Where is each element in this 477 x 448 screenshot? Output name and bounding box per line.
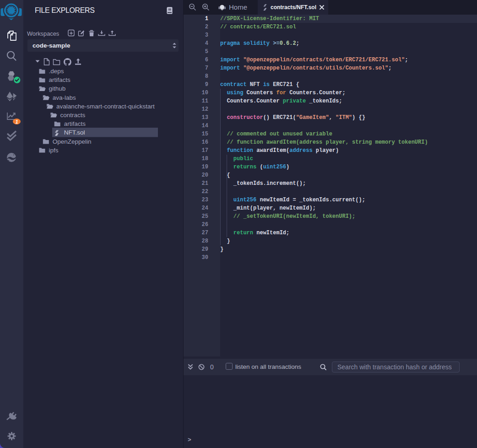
svg-text:ava-labs: ava-labs [53, 94, 76, 101]
svg-text:NFT.sol: NFT.sol [64, 129, 85, 136]
svg-text:1: 1 [16, 119, 18, 124]
svg-text:OpenZeppelin: OpenZeppelin [53, 138, 92, 145]
svg-text:contracts: contracts [60, 112, 85, 119]
svg-text:avalanche-smart-contract-quick: avalanche-smart-contract-quickstart [56, 103, 155, 110]
svg-text:ipfs: ipfs [49, 147, 59, 154]
svg-text:artifacts: artifacts [64, 120, 86, 127]
svg-text:.deps: .deps [49, 68, 64, 75]
svg-text:github: github [49, 85, 66, 92]
svg-text:artifacts: artifacts [49, 76, 71, 83]
